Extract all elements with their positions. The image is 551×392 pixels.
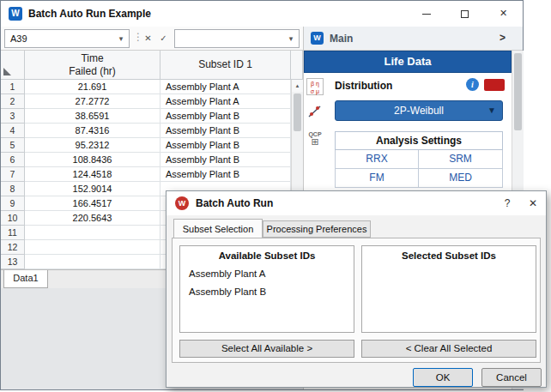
time-cell[interactable]: 220.5643 bbox=[25, 211, 160, 226]
subset-cell[interactable]: Assembly Plant A bbox=[160, 94, 291, 109]
row-number[interactable]: 12 bbox=[1, 240, 25, 255]
column-header-time[interactable]: Time Failed (hr) bbox=[25, 51, 160, 80]
distribution-dropdown[interactable]: 2P-Weibull ▼ bbox=[335, 100, 503, 121]
cell-reference-value: A39 bbox=[10, 30, 27, 47]
list-item[interactable]: Assembly Plant A bbox=[180, 268, 354, 279]
distribution-value: 2P-Weibull bbox=[394, 105, 444, 117]
analysis-settings: Analysis Settings RRX SRM FM MED bbox=[335, 131, 503, 188]
row-number[interactable]: 11 bbox=[1, 226, 25, 240]
option-rrx[interactable]: RRX bbox=[335, 150, 419, 169]
cancel-button[interactable]: Cancel bbox=[481, 368, 542, 387]
row-number[interactable]: 10 bbox=[1, 211, 25, 226]
maximize-button[interactable] bbox=[445, 1, 484, 26]
row-number[interactable]: 9 bbox=[1, 196, 25, 211]
scrollbar-thumb[interactable] bbox=[514, 53, 522, 130]
row-number[interactable]: 8 bbox=[1, 182, 25, 196]
clear-all-selected-button[interactable]: < Clear All Selected bbox=[361, 340, 536, 358]
cancel-entry-button[interactable]: ✕ bbox=[141, 31, 155, 46]
qcp-icon[interactable]: QCP ⊞ bbox=[305, 131, 325, 146]
dropdown-arrow-icon: ▼ bbox=[487, 101, 496, 120]
row-number[interactable]: 1 bbox=[1, 80, 25, 94]
list-item[interactable]: Assembly Plant B bbox=[180, 286, 354, 297]
available-subsets-list: Available Subset IDs Assembly Plant A As… bbox=[179, 245, 354, 333]
time-cell[interactable]: 95.2312 bbox=[25, 138, 160, 153]
chevron-down-icon[interactable]: ▾ bbox=[115, 30, 127, 47]
select-all-available-button[interactable]: Select All Available > bbox=[179, 340, 354, 358]
row-number[interactable]: 13 bbox=[1, 255, 25, 269]
close-icon: ✕ bbox=[529, 197, 537, 209]
selected-subsets-list: Selected Subset IDs bbox=[361, 245, 536, 333]
subset-cell[interactable]: Assembly Plant A bbox=[160, 80, 291, 94]
subset-cell[interactable]: Assembly Plant B bbox=[160, 153, 291, 167]
time-cell[interactable]: 27.2772 bbox=[25, 94, 160, 109]
weibull-icon: W bbox=[311, 32, 324, 45]
time-cell[interactable]: 87.4316 bbox=[25, 124, 160, 138]
time-header-line1: Time bbox=[25, 52, 160, 65]
time-cell[interactable]: 152.9014 bbox=[25, 182, 160, 196]
parameters-icon[interactable]: β η σ μ bbox=[306, 78, 324, 95]
time-cell[interactable]: 38.6591 bbox=[25, 109, 160, 124]
option-fm[interactable]: FM bbox=[335, 169, 419, 188]
time-header-line2: Failed (hr) bbox=[25, 65, 160, 78]
row-number[interactable]: 3 bbox=[1, 109, 25, 124]
analysis-settings-title: Analysis Settings bbox=[335, 131, 503, 150]
table-row: 6108.8436Assembly Plant B bbox=[1, 153, 303, 167]
row-number[interactable]: 2 bbox=[1, 94, 25, 109]
dialog-title-bar: W Batch Auto Run ? ✕ bbox=[167, 191, 546, 215]
chevron-right-icon[interactable]: > bbox=[500, 32, 506, 44]
sigma-mu-glyph: σ μ bbox=[311, 88, 319, 94]
row-number[interactable]: 5 bbox=[1, 138, 25, 153]
select-all-corner[interactable] bbox=[1, 51, 25, 80]
info-icon[interactable]: i bbox=[466, 78, 479, 91]
time-cell[interactable] bbox=[25, 255, 160, 269]
time-cell[interactable]: 124.4518 bbox=[25, 167, 160, 182]
subset-cell[interactable]: Assembly Plant B bbox=[160, 167, 291, 182]
help-button[interactable]: ? bbox=[494, 191, 520, 215]
analysis-row: RRX SRM bbox=[335, 150, 503, 169]
help-icon: ? bbox=[505, 197, 511, 209]
row-number[interactable]: 6 bbox=[1, 153, 25, 167]
tab-processing-preferences[interactable]: Processing Preferences bbox=[263, 220, 371, 238]
dialog-title: Batch Auto Run bbox=[196, 197, 273, 209]
status-flag-icon bbox=[484, 79, 505, 91]
minimize-button[interactable] bbox=[407, 1, 445, 26]
chevron-down-icon[interactable]: ▾ bbox=[285, 30, 297, 47]
tab-subset-selection[interactable]: Subset Selection bbox=[173, 219, 263, 238]
column-header-subset[interactable]: Subset ID 1 bbox=[160, 51, 291, 80]
option-med[interactable]: MED bbox=[419, 169, 503, 188]
subset-cell[interactable]: Assembly Plant B bbox=[160, 109, 291, 124]
time-cell[interactable]: 166.4517 bbox=[25, 196, 160, 211]
weibull-app-icon: W bbox=[9, 7, 22, 21]
confirm-entry-button[interactable]: ✓ bbox=[156, 31, 171, 46]
panel-header-main[interactable]: W Main > bbox=[303, 27, 523, 51]
maximize-icon bbox=[461, 10, 469, 18]
table-row: 595.2312Assembly Plant B bbox=[1, 138, 303, 153]
time-cell[interactable]: 108.8436 bbox=[25, 153, 160, 167]
dialog-close-button[interactable]: ✕ bbox=[520, 191, 546, 215]
row-number[interactable]: 4 bbox=[1, 124, 25, 138]
ok-button[interactable]: OK bbox=[413, 368, 473, 387]
time-cell[interactable]: 21.691 bbox=[25, 80, 160, 94]
sheet-tab-data1[interactable]: Data1 bbox=[3, 270, 48, 288]
plot-icon[interactable] bbox=[307, 104, 323, 119]
life-data-banner: Life Data bbox=[304, 51, 512, 73]
cell-reference-box[interactable]: A39 ▾ bbox=[4, 29, 130, 48]
time-cell[interactable] bbox=[25, 226, 160, 240]
time-cell[interactable] bbox=[25, 240, 160, 255]
row-number[interactable]: 7 bbox=[1, 167, 25, 182]
table-row: 7124.4518Assembly Plant B bbox=[1, 167, 303, 182]
window-title: Batch Auto Run Example bbox=[28, 8, 151, 20]
plot-line-graphic bbox=[307, 104, 323, 119]
subset-cell[interactable]: Assembly Plant B bbox=[160, 124, 291, 138]
selected-subsets-title: Selected Subset IDs bbox=[362, 250, 536, 261]
calculator-glyph: ⊞ bbox=[305, 137, 325, 146]
batch-auto-run-dialog: W Batch Auto Run ? ✕ Subset Selection Pr… bbox=[166, 190, 547, 388]
distribution-label: Distribution bbox=[335, 80, 392, 92]
close-button[interactable]: ✕ bbox=[484, 1, 523, 26]
scrollbar-thumb[interactable] bbox=[294, 93, 301, 131]
minimize-icon bbox=[422, 14, 431, 15]
scroll-up-icon[interactable]: ▲ bbox=[292, 80, 303, 92]
formula-value-box[interactable]: ▾ bbox=[174, 29, 300, 48]
subset-cell[interactable]: Assembly Plant B bbox=[160, 138, 291, 153]
option-srm[interactable]: SRM bbox=[419, 150, 503, 169]
